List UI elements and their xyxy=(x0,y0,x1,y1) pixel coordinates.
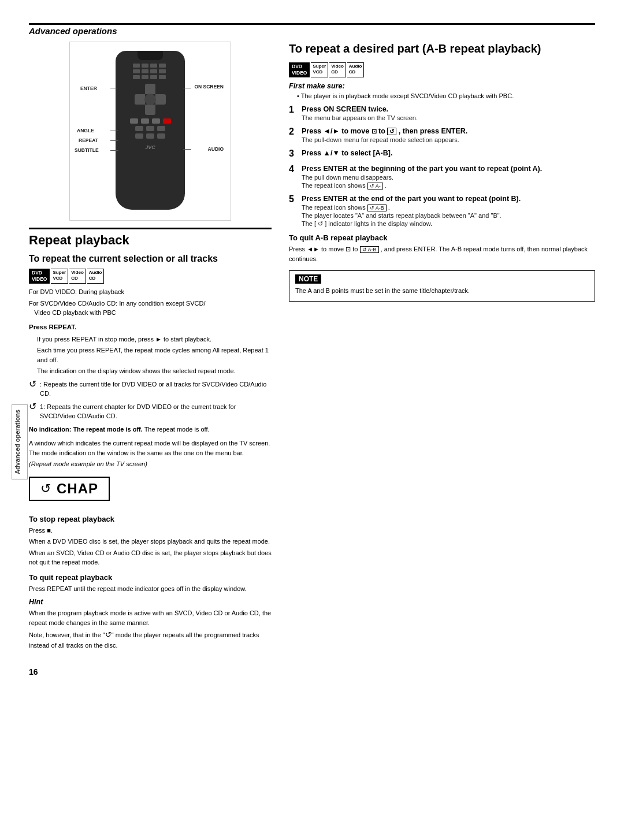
right-main-title: To repeat a desired part (A-B repeat pla… xyxy=(289,42,595,55)
step-1-title: Press ON SCREEN twice. xyxy=(302,105,595,113)
to-quit-ab-desc: Press ◄► to move ⊡ to ↺ A-B , and press … xyxy=(289,244,595,263)
step-4-desc2: The repeat icon shows ↺ A- . xyxy=(302,182,595,189)
step-5-desc3: The [ ↺ ] indicator lights in the displa… xyxy=(302,220,595,228)
step-4-content: Press ENTER at the beginning of the part… xyxy=(302,165,595,189)
repeat-icon2-label: 1: Repeats the current chapter for DVD V… xyxy=(40,402,272,421)
hint-desc2: Note, however, that in the "↺" mode the … xyxy=(29,629,272,650)
note-text: The A and B points must be set in the sa… xyxy=(295,286,589,296)
repeat-mode-example: (Repeat mode example on the TV screen) xyxy=(29,459,272,469)
header-rule xyxy=(29,23,595,25)
to-quit-title: To quit repeat playback xyxy=(29,573,272,582)
step-2: 2 Press ◄/► to move ⊡ to ↺ , then press … xyxy=(289,127,595,143)
step-2-desc: The pull-down menu for repeat mode selec… xyxy=(302,136,595,143)
angle-label: ANGLE xyxy=(77,128,94,133)
to-stop-press: Press ■. xyxy=(29,526,272,536)
press-repeat-desc1: If you press REPEAT in stop mode, press … xyxy=(37,334,272,344)
disc-badges-right: DVDVIDEO SuperVCD VideoCD AudioCD xyxy=(289,62,595,77)
to-stop-title: To stop repeat playback xyxy=(29,515,272,523)
page-number: 16 xyxy=(29,667,272,677)
step-2-num: 2 xyxy=(289,127,302,137)
window-note: A window which indicates the current rep… xyxy=(29,438,272,458)
on-screen-label: ON SCREEN xyxy=(194,84,224,90)
step-3-num: 3 xyxy=(289,148,302,159)
step-1: 1 Press ON SCREEN twice. The menu bar ap… xyxy=(289,105,595,121)
step-4-desc1: The pull down menu disappears. xyxy=(302,174,595,181)
no-indication-text: No indication: The repeat mode is off. T… xyxy=(29,425,272,434)
step-1-desc: The menu bar appears on the TV screen. xyxy=(302,114,595,121)
press-repeat-title: Press REPEAT. xyxy=(29,322,272,332)
section-divider xyxy=(29,228,272,229)
badge-super-vcd: SuperVCD xyxy=(51,269,68,284)
step-3-content: Press ▲/▼ to select [A-B]. xyxy=(302,149,595,157)
step-4-title: Press ENTER at the beginning of the part… xyxy=(302,165,595,173)
step-5-desc2: The player locates "A" and starts repeat… xyxy=(302,212,595,219)
section-title: Repeat playback xyxy=(29,233,272,248)
left-column: JVC ENTER ON SCREEN ANGLE REPEAT SUBTITL… xyxy=(29,42,272,677)
enter-label: ENTER xyxy=(80,86,97,91)
step-4: 4 Press ENTER at the beginning of the pa… xyxy=(289,165,595,189)
badge-video-cd-right: VideoCD xyxy=(329,62,346,77)
badge-dvd-right: DVDVIDEO xyxy=(289,62,310,77)
step-1-num: 1 xyxy=(289,105,302,115)
to-quit-ab-section: To quit A-B repeat playback Press ◄► to … xyxy=(289,233,595,263)
page: Advanced operations Advanced operations xyxy=(0,0,624,840)
step-5-title: Press ENTER at the end of the part you w… xyxy=(302,195,595,203)
badge-audio-cd: AudioCD xyxy=(87,269,105,284)
repeat-icon1-label: : Repeats the current title for DVD VIDE… xyxy=(40,380,272,399)
step-2-content: Press ◄/► to move ⊡ to ↺ , then press EN… xyxy=(302,127,595,143)
hint-section: Hint When the program playback mode is a… xyxy=(29,598,272,650)
subsection-title: To repeat the current selection or all t… xyxy=(29,254,272,264)
step-5: 5 Press ENTER at the end of the part you… xyxy=(289,195,595,228)
to-quit-ab-title: To quit A-B repeat playback xyxy=(289,233,595,242)
note-label: NOTE xyxy=(295,274,321,284)
step-3-title: Press ▲/▼ to select [A-B]. xyxy=(302,149,595,157)
subtitle-label: SUBTITLE xyxy=(75,147,99,153)
hint-title: Hint xyxy=(29,598,272,606)
to-stop-desc2: When an SVCD, Video CD or Audio CD disc … xyxy=(29,548,272,567)
first-make-sure-section: First make sure: The player is in playba… xyxy=(289,82,595,99)
badge-super-vcd-right: SuperVCD xyxy=(311,62,328,77)
press-repeat-section: Press REPEAT. If you press REPEAT in sto… xyxy=(29,322,272,376)
step-5-num: 5 xyxy=(289,194,302,205)
step-5-desc1: The repeat icon shows ↺ A-B . xyxy=(302,204,595,211)
chap-display: ↺ CHAP xyxy=(29,477,110,501)
press-repeat-desc2: Each time you press REPEAT, the repeat m… xyxy=(37,345,272,365)
badge-dvd: DVDVIDEO xyxy=(29,269,50,284)
for-dvd-text: For DVD VIDEO: During playback xyxy=(29,287,272,297)
press-repeat-desc3: The indication on the display window sho… xyxy=(37,366,272,376)
right-column: To repeat a desired part (A-B repeat pla… xyxy=(289,42,595,677)
step-4-num: 4 xyxy=(289,164,302,174)
hint-desc1: When the program playback mode is active… xyxy=(29,608,272,627)
to-quit-desc: Press REPEAT until the repeat mode indic… xyxy=(29,584,272,594)
note-box: NOTE The A and B points must be set in t… xyxy=(289,270,595,302)
repeat-icon1-row: ↺ : Repeats the current title for DVD VI… xyxy=(29,380,272,400)
step-5-content: Press ENTER at the end of the part you w… xyxy=(302,195,595,228)
step-1-content: Press ON SCREEN twice. The menu bar appe… xyxy=(302,105,595,121)
first-make-sure-bullet: The player is in playback mode except SV… xyxy=(297,92,595,99)
to-stop-desc1: When a DVD VIDEO disc is set, the player… xyxy=(29,537,272,547)
steps-section: 1 Press ON SCREEN twice. The menu bar ap… xyxy=(289,105,595,228)
repeat-icon2-row: ↺ 1: Repeats the current chapter for DVD… xyxy=(29,402,272,423)
remote-image: JVC ENTER ON SCREEN ANGLE REPEAT SUBTITL… xyxy=(69,42,231,221)
step-3: 3 Press ▲/▼ to select [A-B]. xyxy=(289,149,595,159)
advanced-ops-title: Advanced operations xyxy=(29,26,595,36)
disc-badges-left: DVDVIDEO SuperVCD VideoCD AudioCD xyxy=(29,269,272,284)
two-col-layout: JVC ENTER ON SCREEN ANGLE REPEAT SUBTITL… xyxy=(29,42,595,677)
badge-audio-cd-right: AudioCD xyxy=(347,62,365,77)
first-make-sure-title: First make sure: xyxy=(289,82,595,90)
sidebar-label: Advanced operations xyxy=(12,404,28,480)
step-2-title: Press ◄/► to move ⊡ to ↺ , then press EN… xyxy=(302,127,595,135)
repeat-label: REPEAT xyxy=(79,137,98,143)
for-svcd-text: For SVCD/Video CD/Audio CD: In any condi… xyxy=(29,299,272,318)
badge-video-cd: VideoCD xyxy=(69,269,86,284)
audio-label: AUDIO xyxy=(208,146,224,152)
